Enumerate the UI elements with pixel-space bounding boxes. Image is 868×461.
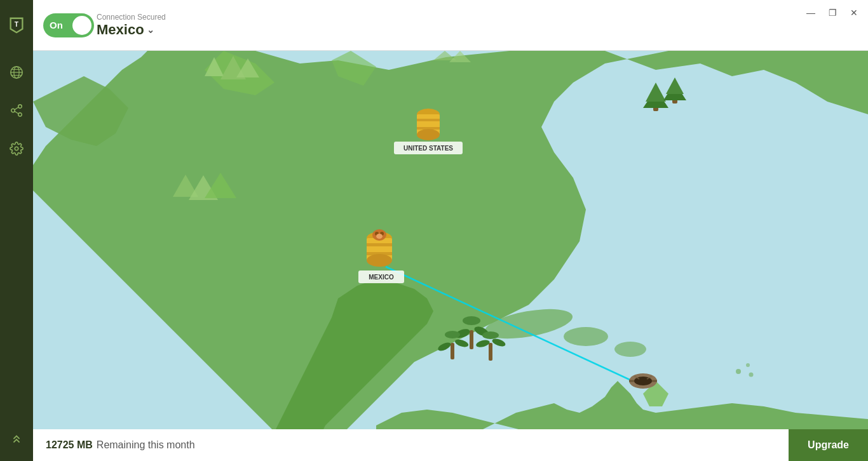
close-button[interactable]: ✕ — [848, 6, 860, 19]
sidebar — [0, 51, 33, 461]
svg-point-51 — [376, 234, 383, 239]
svg-point-7 — [11, 109, 15, 112]
svg-point-19 — [564, 327, 608, 346]
map-area: MEXICO UNITED STATES COL — [33, 51, 868, 461]
south-marker — [629, 373, 657, 389]
minimize-button[interactable]: — — [804, 6, 817, 19]
svg-point-45 — [367, 254, 392, 267]
svg-point-70 — [749, 373, 754, 377]
svg-rect-25 — [489, 343, 492, 361]
us-label: UNITED STATES — [403, 145, 453, 152]
svg-point-69 — [746, 363, 750, 367]
us-marker — [417, 109, 440, 140]
mexico-marker — [367, 229, 392, 267]
titlebar: On Connection Secured Mexico ⌄ — ❐ ✕ — [0, 0, 868, 51]
svg-rect-56 — [417, 119, 440, 121]
connection-status: Connection Secured — [97, 13, 166, 22]
svg-point-6 — [18, 105, 22, 109]
settings-icon — [10, 142, 24, 156]
sidebar-bottom — [5, 428, 28, 451]
toggle-switch[interactable]: On — [43, 13, 94, 37]
svg-rect-47 — [367, 252, 392, 255]
map-svg: MEXICO UNITED STATES COL — [33, 51, 868, 461]
mexico-label: MEXICO — [369, 274, 394, 281]
svg-rect-29 — [451, 343, 454, 359]
logo-icon: T — [7, 16, 26, 35]
sidebar-item-collapse[interactable] — [5, 428, 28, 451]
svg-point-11 — [15, 147, 18, 150]
titlebar-controls: — ❐ ✕ — [804, 6, 860, 19]
sidebar-item-globe[interactable] — [5, 61, 28, 84]
mb-value: 12725 MB — [46, 439, 93, 451]
svg-rect-46 — [367, 243, 392, 246]
upgrade-button[interactable]: Upgrade — [789, 429, 868, 461]
svg-point-68 — [736, 369, 741, 374]
svg-point-8 — [18, 113, 22, 117]
svg-point-20 — [614, 342, 646, 357]
toggle-on-label: On — [50, 20, 63, 30]
mb-label: Remaining this month — [97, 439, 195, 451]
svg-rect-21 — [470, 330, 473, 349]
toggle-knob — [72, 16, 92, 35]
svg-line-10 — [15, 111, 18, 114]
svg-point-28 — [482, 331, 499, 339]
sidebar-item-share[interactable] — [5, 99, 28, 122]
share-icon — [10, 104, 24, 117]
svg-point-55 — [417, 129, 440, 140]
globe-icon — [10, 65, 24, 79]
svg-text:T: T — [15, 21, 19, 28]
app-logo: T — [0, 0, 33, 51]
svg-line-9 — [15, 107, 18, 110]
maximize-button[interactable]: ❐ — [826, 6, 839, 19]
svg-point-32 — [445, 331, 460, 338]
svg-point-24 — [463, 316, 480, 325]
collapse-icon — [10, 432, 24, 446]
svg-rect-57 — [417, 127, 440, 130]
status-bar: 12725 MB Remaining this month Upgrade — [33, 429, 868, 461]
toggle-area: On — [43, 13, 94, 37]
location-text: Mexico — [97, 22, 144, 38]
status-info: 12725 MB Remaining this month — [33, 429, 789, 461]
chevron-down-icon: ⌄ — [147, 25, 154, 35]
sidebar-item-settings[interactable] — [5, 137, 28, 160]
connection-info: Connection Secured Mexico ⌄ — [97, 13, 166, 38]
connection-location[interactable]: Mexico ⌄ — [97, 22, 166, 38]
